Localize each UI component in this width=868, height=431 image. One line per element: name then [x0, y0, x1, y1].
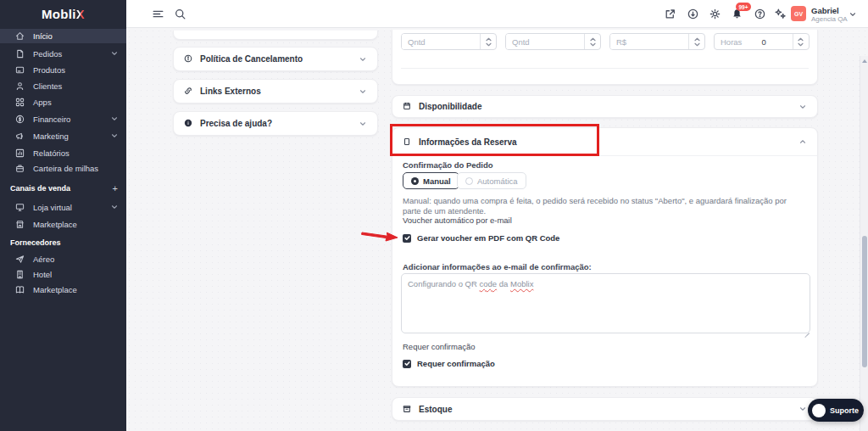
sidebar-item-hotel[interactable]: Hotel	[0, 267, 126, 282]
checkbox-checked-icon[interactable]	[403, 234, 411, 243]
sidebar-item-pedidos[interactable]: Pedidos	[0, 47, 126, 61]
info-filled-icon	[184, 119, 193, 128]
user-name[interactable]: Gabriel	[811, 6, 839, 15]
accordion-header-politica[interactable]: Política de Cancelamento	[174, 48, 377, 70]
monitor-icon	[15, 203, 25, 212]
chevron-down-icon	[359, 87, 367, 96]
avatar[interactable]: GV	[791, 6, 806, 21]
email-info-textarea[interactable]	[401, 273, 810, 333]
automatica-option-button[interactable]: Automática	[457, 172, 526, 189]
dollar-circle-icon	[15, 115, 25, 124]
logo-text: Mobli	[42, 7, 76, 21]
accordion-header-disponibilidade[interactable]: Disponibilidade	[392, 96, 817, 117]
scroll-up-arrow[interactable]	[862, 59, 867, 63]
chevron-down-icon	[359, 120, 367, 128]
qntd-input-1	[401, 33, 497, 50]
chart-icon	[15, 148, 25, 158]
external-link-icon[interactable]	[664, 8, 676, 20]
chevron-down-icon	[798, 405, 807, 413]
stepper-arrows[interactable]	[584, 34, 600, 49]
help-icon[interactable]	[754, 8, 766, 20]
accordion-header-reserva[interactable]: Informações da Reserva	[392, 128, 817, 156]
panel-disponibilidade: Disponibilidade	[392, 95, 818, 118]
topbar: 99+ GV Gabriel Agencia QA	[126, 0, 868, 28]
info-circle-icon	[184, 54, 193, 64]
panel-precisa-de-ajuda: Precisa de ajuda?	[173, 111, 378, 136]
accordion-header-links[interactable]: Links Externos	[174, 80, 377, 103]
manual-option-label: Manual	[423, 176, 451, 186]
qntd-input-2	[505, 33, 601, 50]
sidebar-section-canais-de-venda: Canais de venda +	[0, 184, 126, 193]
sidebar-item-loja-virtual[interactable]: Loja virtual	[0, 200, 126, 215]
horas-input[interactable]: Horas 0	[714, 33, 810, 50]
stepper-arrows[interactable]	[688, 34, 704, 49]
sidebar-item-label: Carteira de milhas	[33, 164, 98, 173]
vertical-scrollbar[interactable]	[860, 56, 868, 431]
panel-links-externos: Links Externos	[173, 79, 378, 104]
sidebar-item-produtos[interactable]: Produtos	[0, 63, 126, 77]
pricing-card: Horas 0	[392, 30, 818, 85]
logo-x: X	[76, 7, 85, 21]
panel-informacoes-reserva: Informações da Reserva Confirmação do Pe…	[392, 127, 818, 387]
requer-checkbox-row[interactable]: Requer confirmação	[403, 359, 495, 368]
sidebar-item-marketplace-fornecedor[interactable]: Marketplace	[0, 283, 126, 297]
sidebar-item-clientes[interactable]: Clientes	[0, 79, 126, 93]
stepper-arrows[interactable]	[793, 34, 809, 49]
sidebar-item-apps[interactable]: Apps	[0, 95, 126, 109]
accordion-header-ajuda[interactable]: Precisa de ajuda?	[174, 112, 377, 135]
requer-checkbox-label: Requer confirmação	[417, 359, 495, 368]
sidebar-item-label: Marketplace	[33, 220, 77, 229]
sidebar-item-label: Pedidos	[33, 49, 62, 59]
chevron-down-icon	[110, 115, 119, 125]
voucher-checkbox-row[interactable]: Gerar voucher em PDF com QR Code	[403, 233, 559, 243]
sidebar-item-financeiro[interactable]: Financeiro	[0, 112, 126, 126]
circle-arrow-icon[interactable]	[687, 8, 699, 20]
requer-section-label: Requer confirmação	[403, 342, 476, 351]
sparkles-icon[interactable]	[774, 8, 787, 20]
divider	[401, 68, 809, 69]
chevron-down-icon	[110, 132, 119, 142]
radio-unselected-icon	[465, 177, 473, 185]
sidebar-item-label: Relatórios	[33, 148, 70, 158]
sidebar-item-label: Clientes	[33, 81, 62, 91]
sidebar-section-fornecedores: Fornecedores	[0, 238, 126, 247]
valor-field[interactable]	[610, 34, 688, 49]
chevron-down-icon[interactable]	[849, 7, 857, 22]
search-icon[interactable]	[174, 8, 186, 20]
manual-option-button[interactable]: Manual	[403, 172, 459, 189]
sidebar-item-label: Loja virtual	[33, 203, 72, 212]
horas-value: 0	[762, 37, 773, 47]
sidebar-item-aereo[interactable]: Aéreo	[0, 252, 126, 266]
calendar-icon	[403, 102, 412, 111]
stepper-arrows[interactable]	[480, 34, 496, 49]
accordion-header-estoque[interactable]: Estoque	[392, 398, 817, 420]
valor-input	[609, 33, 705, 50]
sidebar-item-label: Apps	[33, 98, 52, 107]
plus-icon[interactable]: +	[113, 183, 118, 193]
building-icon	[15, 270, 25, 279]
grid-icon	[15, 98, 25, 107]
scrollbar-thumb[interactable]	[862, 236, 867, 367]
sidebar-item-marketing[interactable]: Marketing	[0, 129, 126, 143]
checkbox-checked-icon[interactable]	[403, 360, 411, 368]
sidebar-item-carteira-de-milhas[interactable]: Carteira de milhas	[0, 161, 126, 176]
sidebar-item-relatorios[interactable]: Relatórios	[0, 146, 126, 160]
gear-icon[interactable]	[709, 8, 721, 20]
chevron-down-icon	[798, 103, 807, 111]
chat-bubble-icon	[812, 404, 826, 417]
menu-icon[interactable]	[152, 8, 164, 20]
moblix-logo[interactable]: MobliX	[0, 0, 126, 28]
file-icon	[15, 49, 25, 59]
support-button[interactable]: Suporte	[808, 399, 864, 422]
sidebar-item-label: Produtos	[33, 65, 65, 75]
sidebar-item-label: Marketing	[33, 132, 69, 141]
automatica-option-label: Automática	[477, 176, 518, 186]
qntd-field[interactable]	[402, 34, 480, 49]
manual-help-text: Manual: quando uma compra é feita, o ped…	[403, 196, 805, 216]
notification-badge: 99+	[736, 3, 751, 11]
sidebar: MobliX Início Pedidos Produtos Clientes …	[0, 0, 126, 431]
qntd-field[interactable]	[506, 34, 584, 49]
sidebar-item-marketplace[interactable]: Marketplace	[0, 217, 126, 232]
sidebar-item-inicio[interactable]: Início	[0, 29, 126, 43]
support-label: Suporte	[830, 406, 859, 415]
